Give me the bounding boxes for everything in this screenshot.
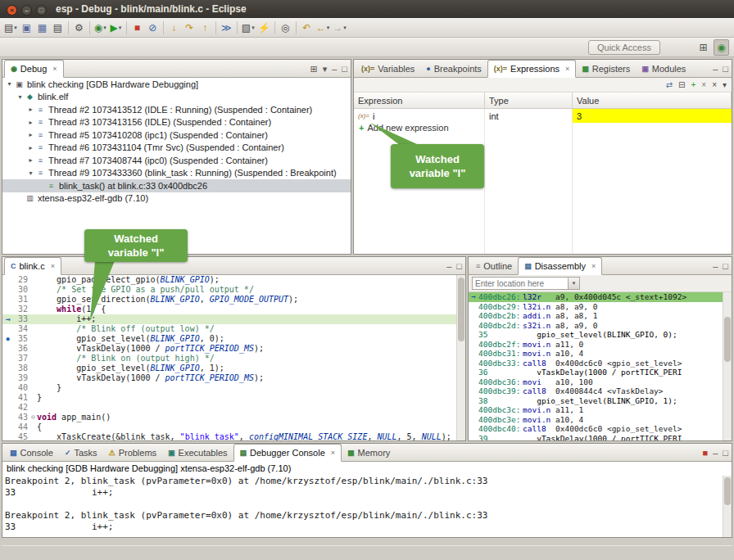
debug-tree-item[interactable]: ▾◆blink.elf xyxy=(2,91,351,104)
disassembly-line[interactable]: 400dbc40:call80x400dc6c0 <gpio_set_level… xyxy=(469,424,723,434)
disassembly-line[interactable]: 400dbc2b:addi.na8, a8, 1 xyxy=(469,311,723,321)
maximize-icon[interactable]: □ xyxy=(723,65,728,74)
disassembly-line[interactable]: 400dbc3e:movi.na10, 4 xyxy=(469,415,723,425)
tree-collapsed-arrow-icon[interactable]: ▸ xyxy=(26,144,35,151)
disassembly-line[interactable]: 400dbc31:movi.na10, 4 xyxy=(469,349,723,359)
collapse-all-icon[interactable]: ⊟ xyxy=(678,81,685,89)
view-menu-icon[interactable]: ▾ xyxy=(323,65,328,74)
column-header-type[interactable]: Type xyxy=(485,93,573,108)
flash-target-icon[interactable]: ⚡ xyxy=(256,20,272,36)
console-tab-executables[interactable]: ▣Executables xyxy=(162,444,233,461)
editor-line[interactable]: 30 /* Set the GPIO as a push/pull output… xyxy=(2,285,456,295)
close-tab-icon[interactable]: × xyxy=(51,262,55,270)
editor-line[interactable]: 40 } xyxy=(2,383,456,393)
editor-line[interactable]: 41} xyxy=(2,393,456,403)
open-perspective-icon[interactable]: ⊞ xyxy=(695,39,711,56)
editor-line[interactable]: 29 gpio_pad_select_gpio(BLINK_GPIO); xyxy=(2,275,456,285)
minimize-icon[interactable]: – xyxy=(713,65,718,74)
view-menu-icon[interactable]: ▾ xyxy=(723,81,727,89)
debug-tree-item[interactable]: ▾▣blink checking [GDB Hardware Debugging… xyxy=(2,78,351,91)
close-tab-icon[interactable]: × xyxy=(591,262,596,270)
disassembly-line[interactable]: 400dbc33:call80x400dc6c0 <gpio_set_level… xyxy=(469,359,723,368)
scrollbar-thumb[interactable] xyxy=(724,477,731,505)
debug-tree-item[interactable]: ▸≡Thread #2 1073413512 (IDLE : Running) … xyxy=(2,103,351,116)
editor-line[interactable]: 37 /* Blink on (output high) */ xyxy=(2,354,456,364)
scrollbar-thumb[interactable] xyxy=(458,278,464,341)
editor-line[interactable]: ●35 gpio_set_level(BLINK_GPIO, 0); xyxy=(2,334,456,344)
terminate-icon[interactable]: ■ xyxy=(703,449,709,458)
tree-expanded-arrow-icon[interactable]: ▾ xyxy=(16,93,25,101)
show-type-names-icon[interactable]: ⇄ xyxy=(666,81,673,89)
remove-expression-icon[interactable]: × xyxy=(701,81,706,89)
minimize-icon[interactable]: – xyxy=(332,65,337,74)
stop-icon[interactable]: ■ xyxy=(129,20,145,36)
disassembly-line[interactable]: →400dbc26:l32ra9, 0x400d045c <_stext+109… xyxy=(469,292,723,302)
tree-collapsed-arrow-icon[interactable]: ▸ xyxy=(26,106,35,113)
fold-marker-icon[interactable]: ⊖ xyxy=(29,413,37,422)
disassembly-line[interactable]: 400dbc3c:movi.na11, 1 xyxy=(469,405,723,415)
expressions-tab-modules[interactable]: ▣Modules xyxy=(636,60,691,77)
expressions-tab-breakpoints[interactable]: ●Breakpoints xyxy=(420,60,487,77)
print-icon[interactable]: ▤ xyxy=(50,20,66,36)
remove-all-expressions-icon[interactable]: × xyxy=(712,81,717,89)
editor-line[interactable]: 31 gpio_set_direction(BLINK_GPIO, GPIO_M… xyxy=(2,295,456,305)
disassembly-line[interactable]: 38 gpio_set_level(BLINK_GPIO, 1); xyxy=(469,396,723,406)
location-dropdown-icon[interactable]: ▾ xyxy=(569,277,580,290)
debug-tree-item[interactable]: ▸≡Thread #3 1073413156 (IDLE) (Suspended… xyxy=(2,116,351,129)
debug-tree-item[interactable]: ▥xtensa-esp32-elf-gdb (7.10) xyxy=(2,192,351,205)
disassembly-content[interactable]: →400dbc26:l32ra9, 0x400d045c <_stext+109… xyxy=(469,292,723,440)
close-button[interactable]: × xyxy=(7,5,17,16)
tree-collapsed-arrow-icon[interactable]: ▸ xyxy=(26,119,35,126)
editor-scrollbar[interactable] xyxy=(456,275,465,440)
save-icon[interactable]: ▣ xyxy=(19,20,34,36)
new-project-icon[interactable]: ▧▾ xyxy=(240,20,256,36)
disassembly-line[interactable]: 35 gpio_set_level(BLINK_GPIO, 0); xyxy=(469,330,723,340)
forward-icon[interactable]: →▾ xyxy=(331,20,348,36)
minimize-button[interactable]: – xyxy=(21,5,32,16)
editor-line[interactable]: 45 xTaskCreate(&blink_task, "blink_task"… xyxy=(2,432,456,440)
expressions-tab-registers[interactable]: ▦Registers xyxy=(576,60,636,77)
editor-line[interactable]: 38 gpio_set_level(BLINK_GPIO, 1); xyxy=(2,364,456,373)
disassembly-line[interactable]: 400dbc39:call80x400844c4 <vTaskDelay> xyxy=(469,386,723,396)
disassembly-tab-disassembly[interactable]: ▤Disassembly× xyxy=(518,257,602,275)
column-header-value[interactable]: Value xyxy=(573,93,732,108)
maximize-icon[interactable]: □ xyxy=(723,262,728,271)
step-into-icon[interactable]: ↓ xyxy=(166,20,182,36)
disassembly-line[interactable]: 400dbc36:movia10, 100 xyxy=(469,377,723,387)
editor-line[interactable]: 36 vTaskDelay(1000 / portTICK_PERIOD_MS)… xyxy=(2,344,456,354)
disassembly-line[interactable]: 400dbc2d:s32i.na8, a9, 0 xyxy=(469,321,723,331)
disassembly-line[interactable]: 400dbc2f:movi.na11, 0 xyxy=(469,340,723,350)
save-all-icon[interactable]: ▦ xyxy=(34,20,50,36)
quick-access-button[interactable]: Quick Access xyxy=(588,40,660,55)
maximize-icon[interactable]: □ xyxy=(456,262,462,271)
close-tab-icon[interactable]: × xyxy=(331,449,335,457)
console-tab-console[interactable]: ▤Console xyxy=(4,444,59,461)
debug-perspective-icon[interactable]: ◉ xyxy=(714,39,729,56)
console-tab-debugger-console[interactable]: ▤Debugger Console× xyxy=(233,444,342,462)
editor-line[interactable]: 42 xyxy=(2,403,456,413)
disassembly-tab-outline[interactable]: ≡Outline xyxy=(470,257,518,274)
editor-tab-blink-c[interactable]: Cblink.c× xyxy=(4,257,61,275)
editor-line[interactable]: 34 /* Blink off (output low) */ xyxy=(2,324,456,334)
debug-toolbar-menu-icon[interactable]: ⊞ xyxy=(310,65,317,74)
editor-line[interactable]: 39 vTaskDelay(1000 / portTICK_PERIOD_MS)… xyxy=(2,373,456,383)
minimize-icon[interactable]: – xyxy=(713,262,718,271)
run-icon[interactable]: ▶▾ xyxy=(108,20,124,36)
minimize-icon[interactable]: – xyxy=(446,262,451,271)
tree-collapsed-arrow-icon[interactable]: ▸ xyxy=(26,131,35,138)
editor-line[interactable]: 44{ xyxy=(2,422,456,432)
location-input[interactable] xyxy=(472,277,569,290)
disassembly-line[interactable]: 400dbc29:l32i.na8, a9, 0 xyxy=(469,302,723,312)
scrollbar-thumb[interactable] xyxy=(724,317,731,362)
debug-tree-item[interactable]: ≡blink_task() at blink.c:33 0x400dbc26 xyxy=(2,179,351,192)
debug-tree-item[interactable]: ▾≡Thread #9 1073433360 (blink_task : Run… xyxy=(2,167,351,180)
expressions-tab-expressions[interactable]: (x)=Expressions× xyxy=(487,60,576,78)
debug-icon[interactable]: ◉▾ xyxy=(93,20,108,36)
minimize-icon[interactable]: – xyxy=(713,449,718,458)
disassembly-line[interactable]: 39 vTaskDelay(1000 / portTICK_PERI xyxy=(469,434,723,441)
debug-tab-debug[interactable]: ◉Debug× xyxy=(4,60,64,78)
build-icon[interactable]: ⚙ xyxy=(71,20,87,36)
console-tab-problems[interactable]: ⚠Problems xyxy=(103,444,163,461)
maximize-button[interactable]: □ xyxy=(36,5,47,16)
disassembly-scrollbar[interactable] xyxy=(723,292,732,440)
